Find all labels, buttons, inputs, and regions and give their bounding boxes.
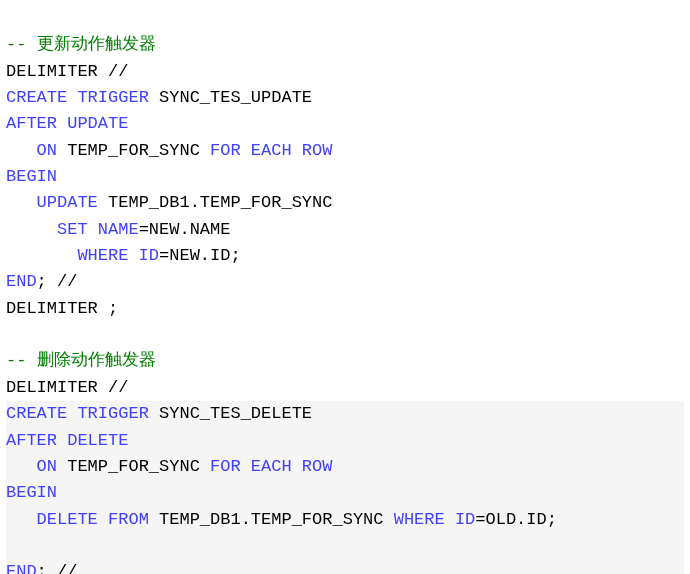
comment-line: -- 更新动作触发器 (6, 35, 156, 54)
kw: FOR (210, 141, 241, 160)
kw: BEGIN (6, 483, 57, 502)
kw: ID (128, 246, 159, 265)
txt: ; // (37, 272, 78, 291)
kw: ROW (292, 141, 333, 160)
highlighted-region: CREATE TRIGGER SYNC_TES_DELETE AFTER DEL… (6, 401, 684, 574)
code-line: DELIMITER // (6, 62, 128, 81)
comment-line: -- 删除动作触发器 (6, 351, 156, 370)
kw: BEGIN (6, 167, 57, 186)
kw: AFTER (6, 114, 57, 133)
kw: ID (445, 510, 476, 529)
ident: =OLD.ID; (475, 510, 557, 529)
kw: UPDATE (57, 114, 128, 133)
ident: TEMP_FOR_SYNC (57, 141, 210, 160)
ident: TEMP_DB1.TEMP_FOR_SYNC (98, 193, 333, 212)
ident: SYNC_TES_DELETE (149, 404, 312, 423)
kw: WHERE (394, 510, 445, 529)
ident: =NEW.ID; (159, 246, 241, 265)
txt: ; // (37, 562, 78, 574)
kw: ROW (292, 457, 333, 476)
kw: TRIGGER (67, 88, 149, 107)
kw: END (6, 562, 37, 574)
code-block-2: -- 删除动作触发器 DELIMITER // CREATE TRIGGER S… (6, 322, 684, 574)
kw: EACH (241, 457, 292, 476)
ident: TEMP_FOR_SYNC (57, 457, 210, 476)
kw: CREATE (6, 88, 67, 107)
ident: =NEW.NAME (139, 220, 231, 239)
kw: EACH (241, 141, 292, 160)
ident: TEMP_DB1.TEMP_FOR_SYNC (149, 510, 394, 529)
kw: ON (6, 457, 57, 476)
kw: SET (6, 220, 88, 239)
kw: FROM (98, 510, 149, 529)
kw: UPDATE (6, 193, 98, 212)
kw: DELETE (57, 431, 128, 450)
kw: NAME (88, 220, 139, 239)
kw: CREATE (6, 404, 67, 423)
kw: TRIGGER (67, 404, 149, 423)
kw: AFTER (6, 431, 57, 450)
kw: FOR (210, 457, 241, 476)
code-line: DELIMITER ; (6, 299, 118, 318)
kw: ON (6, 141, 57, 160)
ident: SYNC_TES_UPDATE (149, 88, 312, 107)
code-block-1: -- 更新动作触发器 DELIMITER // CREATE TRIGGER S… (6, 6, 684, 322)
code-line: DELIMITER // (6, 378, 128, 397)
kw: WHERE (6, 246, 128, 265)
kw: DELETE (6, 510, 98, 529)
kw: END (6, 272, 37, 291)
